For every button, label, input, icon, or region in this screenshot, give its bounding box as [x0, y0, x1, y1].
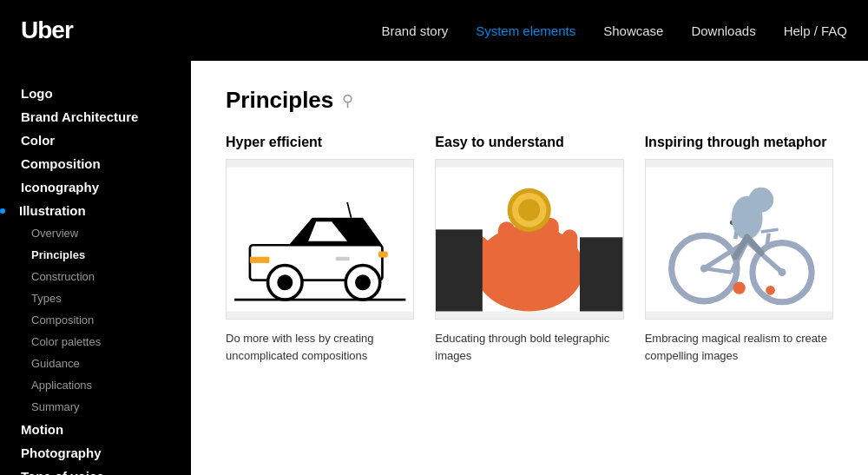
sidebar-item-principles[interactable]: Principles — [0, 244, 191, 266]
nav-brand-story[interactable]: Brand story — [381, 23, 448, 38]
svg-rect-14 — [498, 221, 516, 268]
link-icon[interactable]: ⚲ — [342, 91, 353, 110]
sidebar-item-color[interactable]: Color — [0, 129, 191, 152]
svg-rect-9 — [378, 251, 388, 257]
sidebar-item-overview[interactable]: Overview — [0, 222, 191, 244]
sidebar: Logo Brand Architecture Color Compositio… — [0, 61, 191, 475]
card-title-hyper-efficient: Hyper efficient — [226, 135, 414, 150]
card-image-easy-to-understand — [435, 159, 623, 320]
svg-point-3 — [277, 274, 293, 290]
sidebar-item-composition[interactable]: Composition — [0, 152, 191, 175]
nav-help-faq[interactable]: Help / FAQ — [784, 23, 847, 38]
svg-point-21 — [518, 199, 540, 221]
svg-rect-8 — [336, 257, 350, 261]
body-layout: Logo Brand Architecture Color Compositio… — [0, 61, 868, 475]
sidebar-item-illustration[interactable]: Illustration — [0, 199, 191, 222]
card-title-easy-to-understand: Easy to understand — [435, 135, 623, 150]
svg-point-42 — [766, 286, 775, 295]
sidebar-item-tone-of-voice[interactable]: Tone of voice — [0, 465, 191, 475]
svg-rect-22 — [436, 229, 483, 311]
card-desc-hyper-efficient: Do more with less by creating uncomplica… — [226, 330, 414, 364]
card-inspiring-through-metaphor: Inspiring through metaphor — [645, 135, 833, 364]
nav-downloads[interactable]: Downloads — [691, 23, 755, 38]
card-easy-to-understand: Easy to understand — [435, 135, 623, 364]
sidebar-item-applications[interactable]: Applications — [0, 374, 191, 396]
cards-grid: Hyper efficient — [226, 135, 833, 364]
nav-showcase[interactable]: Showcase — [603, 23, 663, 38]
sidebar-item-sub-composition[interactable]: Composition — [0, 309, 191, 331]
sidebar-item-logo[interactable]: Logo — [0, 82, 191, 105]
sidebar-item-summary[interactable]: Summary — [0, 396, 191, 418]
page-title-row: Principles ⚲ — [226, 87, 833, 114]
main-nav: Brand story System elements Showcase Dow… — [381, 23, 847, 38]
sidebar-item-motion[interactable]: Motion — [0, 418, 191, 441]
sidebar-item-brand-architecture[interactable]: Brand Architecture — [0, 105, 191, 129]
card-desc-easy-to-understand: Educating through bold telegraphic image… — [435, 330, 623, 364]
sidebar-item-construction[interactable]: Construction — [0, 266, 191, 287]
sidebar-item-types[interactable]: Types — [0, 287, 191, 309]
svg-point-41 — [733, 281, 745, 294]
svg-rect-23 — [580, 237, 622, 311]
page-title: Principles — [226, 87, 333, 114]
main-content: Principles ⚲ Hyper efficient — [191, 61, 868, 475]
svg-rect-17 — [562, 229, 578, 272]
nav-system-elements[interactable]: System elements — [476, 23, 575, 38]
svg-line-35 — [766, 234, 769, 249]
sidebar-item-photography[interactable]: Photography — [0, 441, 191, 465]
card-image-hyper-efficient — [226, 159, 414, 320]
active-indicator — [0, 208, 5, 214]
sidebar-item-guidance[interactable]: Guidance — [0, 353, 191, 374]
card-hyper-efficient: Hyper efficient — [226, 135, 414, 364]
svg-point-5 — [355, 274, 371, 290]
card-image-inspiring-through-metaphor — [645, 159, 833, 320]
header: Uber Brand story System elements Showcas… — [0, 0, 868, 61]
card-title-inspiring-through-metaphor: Inspiring through metaphor — [645, 135, 833, 150]
sidebar-item-iconography[interactable]: Iconography — [0, 175, 191, 199]
svg-rect-7 — [250, 257, 269, 263]
sidebar-item-color-palettes[interactable]: Color palettes — [0, 331, 191, 353]
logo: Uber — [21, 16, 73, 44]
card-desc-inspiring-through-metaphor: Embracing magical realism to create comp… — [645, 330, 833, 364]
svg-point-38 — [748, 188, 773, 213]
